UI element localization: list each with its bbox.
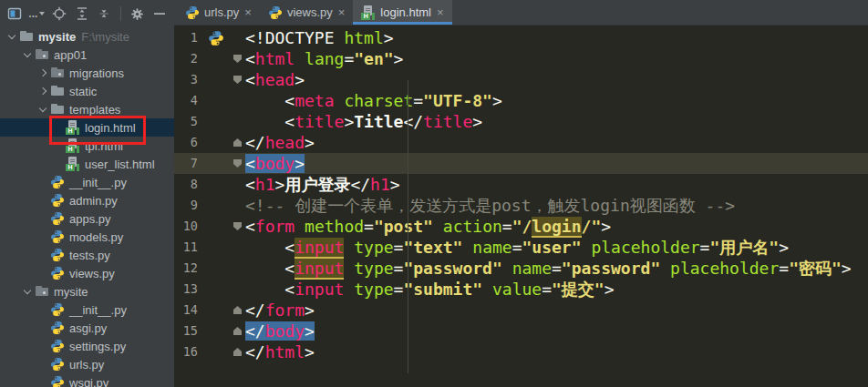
tab-close-icon[interactable]: ×	[338, 5, 346, 19]
gutter-slot	[202, 132, 231, 153]
tree-item-tpl-html[interactable]: Htpl.html	[0, 137, 174, 155]
chevron-down-icon[interactable]	[21, 282, 35, 300]
fold-end-icon[interactable]	[233, 348, 242, 356]
code-line-5[interactable]: 5 <title>Title</title>	[174, 111, 868, 132]
tab-label: login.html	[380, 5, 431, 19]
tree-item-static[interactable]: static	[0, 82, 174, 100]
gutter-slot	[202, 216, 231, 237]
tree-item-mysite[interactable]: mysiteF:\mysite	[0, 27, 174, 46]
line-number: 9	[174, 195, 202, 216]
html-file-icon: H	[66, 157, 80, 171]
tree-item-admin-py[interactable]: admin.py	[0, 191, 174, 209]
collapse-all-button[interactable]	[94, 4, 114, 25]
gutter-slot	[202, 237, 231, 258]
line-number: 6	[174, 132, 202, 153]
code-line-12[interactable]: 12 <input type="password" name="password…	[174, 258, 868, 279]
project-panel: ... mysiteF:\	[0, 0, 174, 387]
chevron-right-icon[interactable]	[36, 82, 50, 100]
project-tool-window-button[interactable]	[5, 4, 25, 25]
tab-views-py[interactable]: views.py×	[260, 0, 353, 25]
tree-item-views-py[interactable]: views.py	[0, 264, 174, 282]
tab-close-icon[interactable]: ×	[437, 5, 444, 19]
tree-item-label: user_list.html	[85, 158, 155, 171]
tab-urls-py[interactable]: urls.py×	[177, 0, 260, 25]
code-line-9[interactable]: 9<!-- 创建一个表单，发送方式是post，触发login视图函数 -->	[174, 195, 868, 216]
tree-item-tests-py[interactable]: tests.py	[0, 246, 174, 264]
chevron-right-icon[interactable]	[36, 64, 50, 82]
gutter-python-icon[interactable]	[208, 30, 224, 46]
fold-start-icon[interactable]	[233, 159, 242, 168]
code-line-13[interactable]: 13 <input type="submit" value="提交">	[174, 279, 868, 300]
code-line-1[interactable]: 1<!DOCTYPE html>	[174, 27, 868, 48]
settings-button[interactable]	[128, 4, 148, 25]
fold-slot	[231, 111, 245, 132]
code-editor[interactable]: 1<!DOCTYPE html>2<html lang="en">3<head>…	[174, 25, 868, 362]
editor-area[interactable]: urls.py×views.py×Hlogin.html× 1<!DOCTYPE…	[174, 0, 868, 387]
code-text: <html lang="en">	[245, 48, 868, 69]
gutter-slot	[202, 174, 231, 195]
tree-item-login-html[interactable]: Hlogin.html	[0, 118, 174, 137]
tree-item-migrations[interactable]: migrations	[0, 64, 174, 82]
project-tree: mysiteF:\mysiteapp01migrationsstatictemp…	[0, 27, 174, 387]
expand-all-button[interactable]	[72, 4, 92, 25]
locate-file-button[interactable]	[49, 4, 69, 25]
code-text: </form>	[245, 300, 868, 321]
tree-item-models-py[interactable]: models.py	[0, 228, 174, 246]
tree-item-hint: F:\mysite	[81, 30, 129, 44]
tree-item-user-list-html[interactable]: Huser_list.html	[0, 155, 174, 173]
fold-slot	[231, 132, 245, 153]
tree-item-label: views.py	[69, 267, 115, 280]
chevron-down-icon[interactable]	[21, 46, 35, 64]
tree-item-asgi-py[interactable]: asgi.py	[0, 319, 174, 337]
tree-item-wsgi-py[interactable]: wsgi.py	[0, 373, 174, 387]
tab-close-icon[interactable]: ×	[244, 5, 252, 19]
python-file-icon	[50, 321, 65, 335]
fold-end-icon[interactable]	[233, 327, 242, 335]
package-folder-icon	[50, 66, 65, 80]
fold-end-icon[interactable]	[233, 138, 242, 147]
code-line-3[interactable]: 3<head>	[174, 69, 868, 90]
tree-item-urls-py[interactable]: urls.py	[0, 355, 174, 373]
code-line-2[interactable]: 2<html lang="en">	[174, 48, 868, 69]
fold-guide-line	[408, 80, 408, 373]
chevron-down-icon[interactable]	[5, 27, 19, 46]
python-file-icon	[50, 266, 65, 280]
python-file-icon	[50, 193, 65, 208]
fold-start-icon[interactable]	[233, 76, 242, 84]
tree-item-init-py[interactable]: __init__.py	[0, 173, 174, 191]
code-text: <form method="post" action="/login/">	[245, 216, 868, 237]
fold-start-icon[interactable]	[233, 222, 242, 230]
tree-item-apps-py[interactable]: apps.py	[0, 209, 174, 228]
tree-item-label: templates	[69, 103, 120, 117]
fold-slot	[231, 48, 245, 69]
python-file-icon	[50, 248, 65, 262]
tree-item-templates[interactable]: templates	[0, 100, 174, 118]
code-line-11[interactable]: 11 <input type="text" name="user" placeh…	[174, 237, 868, 258]
tree-item-mysite[interactable]: mysite	[0, 282, 174, 300]
code-line-4[interactable]: 4 <meta charset="UTF-8">	[174, 90, 868, 111]
code-line-8[interactable]: 8<h1>用户登录</h1>	[174, 174, 868, 195]
tree-item-label: __init__.py	[69, 176, 127, 189]
code-line-10[interactable]: 10<form method="post" action="/login/">	[174, 216, 868, 237]
chevron-spacer	[52, 137, 66, 155]
fold-slot	[231, 195, 245, 216]
tab-login-html[interactable]: Hlogin.html×	[353, 0, 451, 25]
tree-item-app01[interactable]: app01	[0, 46, 174, 64]
chevron-down-icon[interactable]	[36, 100, 50, 118]
fold-end-icon[interactable]	[233, 306, 242, 314]
code-line-7[interactable]: 7<body>	[174, 153, 868, 174]
code-line-16[interactable]: 16</html>	[174, 341, 868, 362]
tree-item-init-py[interactable]: __init__.py	[0, 300, 174, 319]
folder-icon	[50, 84, 65, 98]
tree-item-settings-py[interactable]: settings.py	[0, 337, 174, 355]
hide-panel-button[interactable]	[150, 4, 170, 25]
view-options-button[interactable]: ...	[27, 4, 47, 25]
gutter-slot	[202, 111, 231, 132]
html-file-icon: H	[361, 5, 376, 20]
code-line-6[interactable]: 6</head>	[174, 132, 868, 153]
fold-start-icon[interactable]	[233, 55, 242, 63]
code-line-14[interactable]: 14</form>	[174, 300, 868, 321]
code-line-15[interactable]: 15</body>	[174, 321, 868, 341]
tree-item-label: static	[69, 85, 97, 98]
line-number: 10	[174, 216, 202, 237]
